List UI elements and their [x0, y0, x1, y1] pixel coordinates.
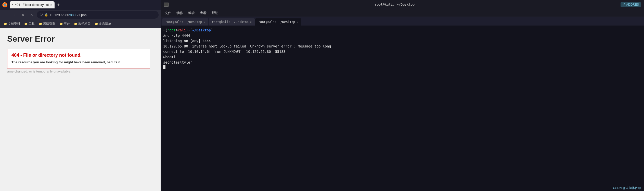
- terminal-titlebar: root@kali: ~/Desktop IP ADDRES: [161, 0, 644, 9]
- server-error-title: Server Error: [7, 34, 153, 44]
- output-line-4: whoami: [163, 54, 176, 60]
- bookmark-item-3[interactable]: 📁 平台: [58, 21, 71, 27]
- terminal-window-icon: [164, 3, 169, 7]
- error-box-desc: The resource you are looking for might h…: [11, 60, 146, 65]
- terminal-content[interactable]: ─(root⊚kali)-[~/Desktop] # nc -vlp 4444 …: [161, 26, 644, 185]
- terminal-tab-close-1[interactable]: ×: [250, 21, 252, 23]
- prompt-close-paren: )-[: [186, 28, 192, 33]
- svg-point-1: [4, 4, 6, 6]
- output-line-3: connect to [10.10.14.6] from (UNKNOWN) […: [163, 49, 286, 54]
- terminal-menubar: 文件 动作 编辑 查看 帮助: [161, 9, 644, 17]
- prompt-dir: ~/Desktop: [192, 28, 211, 33]
- terminal-output-4: whoami: [163, 54, 641, 60]
- output-line-2: 10.129.65.80: inverse host lookup failed…: [163, 44, 331, 49]
- menu-item-file[interactable]: 文件: [163, 10, 173, 16]
- bookmark-label-2: 黑暗引擎: [43, 22, 55, 26]
- terminal-cursor-line: [163, 65, 641, 69]
- terminal-output-5: secnotes\tyler: [163, 60, 641, 65]
- watermark-text: CSDN @人间体佐菲: [613, 186, 641, 190]
- bookmark-label-1: 工具: [29, 22, 35, 26]
- menu-item-help[interactable]: 帮助: [210, 10, 220, 16]
- folder-icon-1: 📁: [24, 22, 28, 26]
- back-button[interactable]: ←: [2, 11, 9, 18]
- terminal-tab-close-2[interactable]: ×: [297, 21, 298, 23]
- bookmark-item-0[interactable]: 📁 文献资料: [2, 21, 22, 27]
- terminal-prompt-line: ─(root⊚kali)-[~/Desktop]: [163, 28, 641, 33]
- error-box-title: 404 - File or directory not found.: [11, 53, 146, 58]
- terminal-tab-label-2: root@kali: ~/Desktop: [258, 20, 295, 24]
- menu-item-view[interactable]: 查看: [198, 10, 209, 16]
- terminal-tab-1[interactable]: root@kali: ~/Desktop ×: [209, 18, 255, 26]
- terminal-tab-close-0[interactable]: ×: [204, 21, 205, 23]
- folder-icon-2: 📁: [39, 22, 42, 26]
- terminal-output-2: 10.129.65.80: inverse host lookup failed…: [163, 44, 641, 49]
- url-path: /1.php: [77, 13, 86, 17]
- tab-title: 404 - File or directory not: [15, 3, 49, 7]
- folder-icon-4: 📁: [74, 22, 78, 26]
- bookmark-label-5: 备忘清单: [99, 22, 111, 26]
- terminal-tab-0[interactable]: root@kali: ~/Desktop ×: [162, 18, 208, 26]
- prompt-at: ⊚: [176, 28, 178, 33]
- close-button[interactable]: ×: [19, 11, 27, 18]
- prompt-close-bracket: ]: [211, 28, 213, 33]
- terminal-title: root@kali: ~/Desktop: [375, 3, 415, 6]
- folder-icon-0: 📁: [4, 22, 7, 26]
- address-text: 10.129.65.80:8808/1.php: [50, 13, 156, 17]
- prompt-hash: #: [163, 33, 165, 38]
- address-bar[interactable]: 🛡 🔒 10.129.65.80:8808/1.php: [37, 11, 159, 19]
- shield-icon: 🛡: [40, 13, 43, 17]
- prompt-host: kali: [178, 28, 186, 33]
- home-button[interactable]: ⌂: [28, 11, 35, 18]
- tab-close-button[interactable]: ×: [50, 3, 52, 6]
- terminal-cmd-line: # nc -vlp 4444: [163, 33, 641, 38]
- browser-titlebar: • 404 - File or directory not × +: [0, 0, 161, 10]
- terminal-command: nc -vlp 4444: [165, 33, 190, 38]
- folder-icon-5: 📁: [95, 22, 98, 26]
- bookmark-label-4: 教学相关: [78, 22, 91, 26]
- bookmark-item-1[interactable]: 📁 工具: [23, 21, 36, 27]
- output-line-5: secnotes\tyler: [163, 60, 192, 65]
- new-tab-button[interactable]: +: [56, 2, 61, 8]
- terminal-tab-label-1: root@kali: ~/Desktop: [212, 20, 249, 24]
- folder-icon-3: 📁: [59, 22, 63, 26]
- error-box: 404 - File or directory not found. The r…: [7, 49, 150, 68]
- forward-button[interactable]: →: [11, 11, 18, 18]
- browser-panel: • 404 - File or directory not × + ← → × …: [0, 0, 161, 191]
- bookmarks-bar: 📁 文献资料 📁 工具 📁 黑暗引擎 📁 平台 📁 教学相关 📁 备忘清单: [0, 20, 161, 28]
- prompt-user: root: [167, 28, 176, 33]
- lock-icon: 🔒: [44, 13, 48, 17]
- output-line-1: listening on [any] 4444 ...: [163, 38, 219, 44]
- url-host: 10.129.65.80: [50, 13, 69, 17]
- server-error-content: Server Error 404 - File or directory not…: [0, 28, 161, 79]
- browser-navbar: ← → × ⌂ 🛡 🔒 10.129.65.80:8808/1.php: [0, 10, 161, 20]
- terminal-tab-2[interactable]: root@kali: ~/Desktop ×: [255, 18, 301, 26]
- ip-address-badge: IP ADDRES: [621, 2, 641, 7]
- url-port: :8808: [69, 13, 78, 17]
- watermark-bar: CSDN @人间体佐菲: [161, 185, 644, 191]
- bookmark-label-3: 平台: [64, 22, 70, 26]
- prompt-open-paren: ─(: [163, 28, 167, 33]
- browser-page: Server Error 404 - File or directory not…: [0, 28, 161, 191]
- bookmark-item-5[interactable]: 📁 备忘清单: [93, 21, 113, 27]
- browser-tab-active[interactable]: • 404 - File or directory not ×: [10, 1, 55, 8]
- menu-item-action[interactable]: 动作: [174, 10, 185, 16]
- bookmark-item-4[interactable]: 📁 教学相关: [72, 21, 92, 27]
- error-faded-text: ame changed, or is temporarily unavailab…: [7, 69, 153, 73]
- terminal-panel: root@kali: ~/Desktop IP ADDRES 文件 动作 编辑 …: [161, 0, 644, 191]
- menu-item-edit[interactable]: 编辑: [186, 10, 197, 16]
- terminal-output-1: listening on [any] 4444 ...: [163, 38, 641, 44]
- terminal-cursor: [163, 65, 165, 69]
- bookmark-label-0: 文献资料: [8, 22, 20, 26]
- terminal-tabs: root@kali: ~/Desktop × root@kali: ~/Desk…: [161, 17, 644, 26]
- browser-tab-bar: • 404 - File or directory not × +: [10, 1, 159, 8]
- firefox-icon: [2, 2, 8, 8]
- tab-dot: •: [12, 3, 13, 7]
- bookmark-item-2[interactable]: 📁 黑暗引擎: [37, 21, 57, 27]
- terminal-tab-label-0: root@kali: ~/Desktop: [165, 20, 202, 24]
- terminal-output-3: connect to [10.10.14.6] from (UNKNOWN) […: [163, 49, 641, 54]
- error-desc-start: The resource you are looking for might h…: [11, 60, 120, 64]
